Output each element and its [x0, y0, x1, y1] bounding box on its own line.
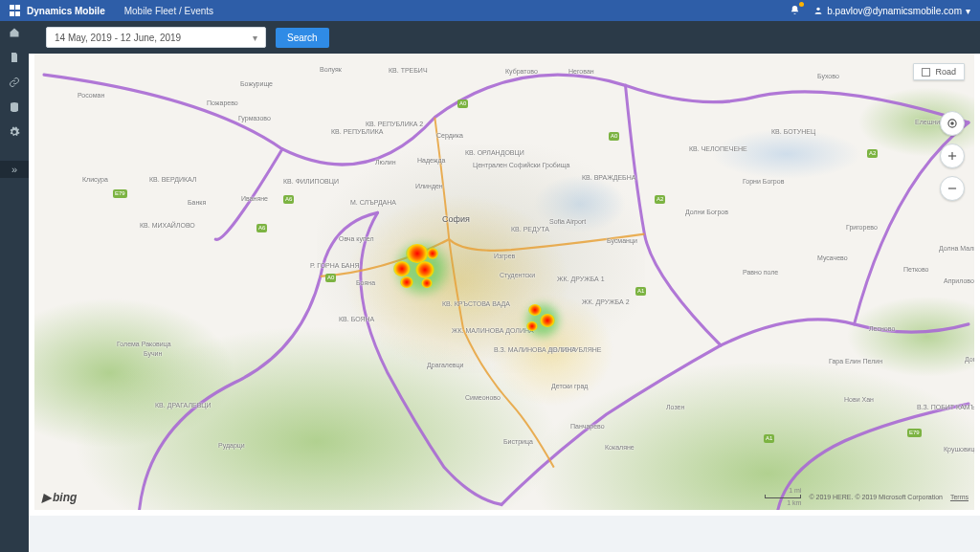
date-range-value: 14 May, 2019 - 12 June, 2019	[55, 33, 181, 43]
place-label: В.З. ПОБИТ КАМЪК	[917, 404, 974, 410]
heatmap-cluster-southeast	[521, 300, 565, 341]
place-label: Овча купел	[339, 235, 374, 242]
place-label: КВ. РЕДУТА	[511, 226, 549, 232]
heatmap-cluster-central	[389, 240, 456, 298]
sidebar-item-documents[interactable]	[9, 52, 20, 65]
place-label: Кокаляне	[605, 444, 635, 451]
place-label: Априлово	[944, 277, 974, 284]
place-label: Лесново	[869, 325, 895, 332]
place-label: Панчарево	[570, 423, 605, 430]
place-label: Росоман	[78, 92, 104, 99]
road-badge: A0	[609, 132, 619, 141]
place-label: Долна Малина	[939, 245, 974, 252]
place-label: Изгрев	[494, 253, 515, 259]
place-label: Надежда	[417, 157, 446, 164]
place-label: Илинден	[415, 183, 443, 189]
app-header: Dynamics Mobile Mobile Fleet / Events b.…	[0, 0, 980, 21]
place-label: Бояна	[356, 279, 375, 286]
place-label: Крушовица	[944, 446, 974, 453]
chevron-down-icon: ▾	[966, 6, 970, 16]
place-label: В.З. МАЛИНОВА ДОЛИНА	[494, 346, 576, 353]
footer-strip	[29, 516, 980, 552]
place-label: Сердика	[436, 132, 463, 139]
place-label: КВ. РЕПУБЛИКА 2	[366, 121, 423, 127]
road-badge: A0	[325, 274, 336, 282]
place-label: Банкя	[188, 199, 206, 206]
place-label: Кубратово	[505, 68, 538, 75]
road-badge: A1	[764, 434, 774, 443]
date-range-picker[interactable]: 14 May, 2019 - 12 June, 2019 ▾	[46, 27, 266, 48]
sidebar-expand[interactable]: »	[0, 161, 29, 178]
user-menu[interactable]: b.pavlov@dynamicsmobile.com ▾	[813, 6, 970, 16]
brand-name: Dynamics Mobile	[27, 6, 105, 16]
place-label: Централен Софийски Гробища	[473, 162, 569, 168]
place-label: ЖК. ДРУЖБА 2	[582, 298, 630, 305]
breadcrumb-page[interactable]: Events	[185, 6, 214, 16]
gear-icon	[9, 126, 20, 138]
place-label: Доганово	[965, 356, 974, 363]
place-label: Клисура	[82, 176, 108, 183]
map-style-toggle[interactable]: Road	[913, 63, 965, 80]
map-provider-logo: ▶bing	[42, 491, 77, 504]
place-label: Симеоново	[465, 394, 501, 401]
sidebar-item-settings[interactable]	[9, 126, 20, 140]
place-label: Равно поле	[743, 269, 778, 276]
breadcrumb-section[interactable]: Mobile Fleet	[124, 6, 176, 16]
place-label: Григорево	[846, 224, 878, 231]
plus-icon	[946, 149, 959, 163]
road-badge: A6	[283, 195, 294, 204]
map-terms-link[interactable]: Terms	[950, 494, 969, 500]
place-label: КВ. КРЪСТОВА ВАДА	[442, 300, 510, 307]
place-label: КВ. ВРАЖДЕБНА	[582, 174, 635, 181]
map-zoom-out-button[interactable]	[940, 176, 965, 201]
chevron-down-icon: ▾	[253, 33, 257, 43]
road-badge: A2	[655, 195, 665, 204]
place-label: Гара Елин Пелин	[829, 358, 882, 364]
road-badge: A2	[867, 149, 878, 158]
place-label: Бусманци	[607, 237, 637, 244]
map-locate-button[interactable]	[940, 111, 965, 136]
place-label: КВ. ВЕРДИКАЛ	[149, 176, 196, 183]
map-copyright: © 2019 HERE. © 2019 Microsoft Corporatio…	[809, 494, 943, 500]
place-label: Драгалевци	[427, 362, 463, 368]
place-label: Негован	[568, 68, 594, 75]
home-icon	[9, 27, 20, 38]
place-label: Рударци	[218, 442, 245, 449]
map-zoom-in-button[interactable]	[940, 144, 965, 168]
svg-point-0	[817, 8, 820, 11]
search-button[interactable]: Search	[276, 28, 329, 48]
link-icon	[9, 77, 20, 88]
place-label: Божурище	[240, 80, 273, 87]
main-content: 14 May, 2019 - 12 June, 2019 ▾ Search	[29, 21, 980, 552]
sidebar-item-links[interactable]	[9, 77, 20, 90]
user-email: b.pavlov@dynamicsmobile.com	[827, 6, 962, 16]
notifications-bell-icon[interactable]	[790, 5, 800, 17]
place-label: Sofia Airport	[549, 218, 586, 225]
place-label: КВ. БОЯНА	[339, 316, 374, 322]
place-label: Студентски	[500, 272, 535, 278]
place-label: КВ. ФИЛИПОВЦИ	[283, 178, 339, 185]
place-label: КВ. ЧЕЛОПЕЧЕНЕ	[689, 145, 747, 152]
place-label: Бучин	[144, 350, 162, 357]
place-label: КВ. ТРЕБИЧ	[389, 67, 428, 74]
sidebar-item-data[interactable]	[9, 101, 20, 115]
breadcrumb: Mobile Fleet / Events	[124, 6, 213, 16]
chevron-right-icon: »	[11, 164, 17, 175]
place-label: Гурмазово	[238, 115, 271, 121]
place-label: Р. ГОРНА БАНЯ	[310, 262, 360, 269]
place-label: ЖК. ДРУЖБА 1	[557, 276, 605, 282]
map-attribution: 1 mi 1 km © 2019 HERE. © 2019 Microsoft …	[765, 487, 969, 506]
minus-icon	[946, 182, 959, 195]
document-icon	[9, 52, 20, 63]
brand-logo-icon	[10, 5, 21, 16]
place-label: Голема Раковица	[117, 341, 171, 347]
place-label: Пожарево	[207, 99, 238, 106]
place-label-sofia: София	[442, 214, 470, 224]
sidebar-item-home[interactable]	[9, 27, 20, 40]
place-label: КВ. БОТУНЕЦ	[771, 128, 815, 135]
place-label: Бухово	[817, 73, 839, 79]
place-label: Волуяк	[320, 66, 342, 73]
user-icon	[813, 6, 823, 15]
place-label: Бистрица	[503, 438, 533, 445]
map[interactable]: София РосоманВолуякБожурищеКВ. ТРЕБИЧКуб…	[34, 54, 974, 510]
